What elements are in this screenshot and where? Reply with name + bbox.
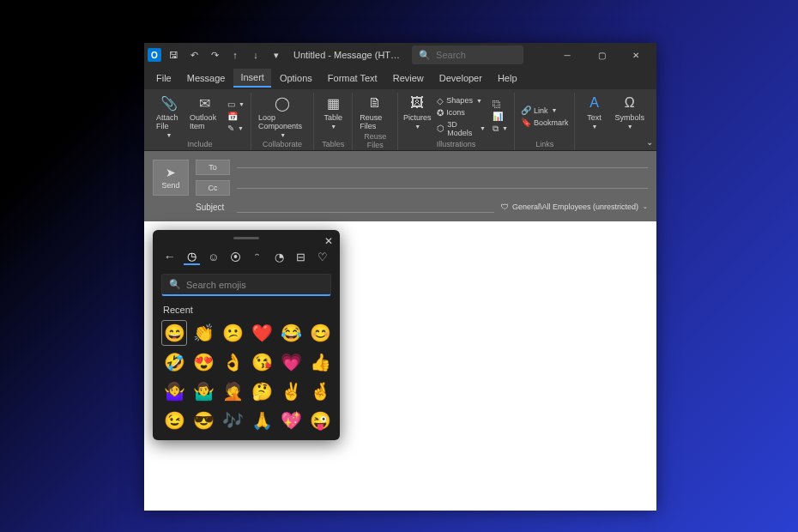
down-icon[interactable]: ↓ — [247, 46, 264, 63]
business-card-button[interactable]: ▭▼ — [225, 99, 247, 110]
emoji-tab-symbols[interactable]: ⊟ — [293, 248, 310, 265]
reuse-files-button[interactable]: 🗎 Reuse Files — [356, 93, 394, 132]
emoji-cell[interactable]: 😎 — [190, 408, 216, 433]
illustrations-col2: ⿻ 📊 ⧉▼ — [490, 93, 511, 140]
compose-top: ➤ Send To Cc — [153, 160, 648, 196]
menu-format-text[interactable]: Format Text — [321, 70, 384, 87]
ribbon-group-include: 📎 Attach File ▼ ✉ Outlook Item ▭▼ 📅 ✎▼ I… — [149, 93, 251, 150]
ribbon-group-collaborate: ◯ Loop Components ▼ Collaborate — [251, 93, 314, 150]
emoji-cell[interactable]: 👌 — [220, 349, 245, 375]
calendar-button[interactable]: 📅 — [225, 111, 247, 122]
emoji-cell[interactable]: 😜 — [307, 408, 333, 433]
outlook-item-button[interactable]: ✉ Outlook Item — [186, 93, 223, 140]
symbols-button[interactable]: Ω Symbols ▼ — [611, 93, 648, 140]
emoji-cell[interactable]: 🤔 — [249, 378, 275, 404]
emoji-cell[interactable]: 😕 — [220, 320, 245, 346]
menu-options[interactable]: Options — [273, 70, 319, 87]
drag-handle[interactable] — [233, 237, 259, 239]
emoji-tab-kaomoji[interactable]: ᵔ — [249, 248, 266, 265]
emoji-cell[interactable]: 🤦 — [220, 378, 245, 404]
emoji-cell[interactable]: 😍 — [190, 349, 216, 375]
emoji-tab-gif[interactable]: ⦿ — [227, 248, 245, 265]
attach-file-button[interactable]: 📎 Attach File ▼ — [153, 93, 184, 140]
emoji-cell[interactable]: 🤣 — [161, 349, 187, 375]
emoji-cell[interactable]: 😉 — [161, 408, 187, 433]
text-button[interactable]: A Text ▼ — [578, 93, 609, 140]
qat-more-icon[interactable]: ▾ — [268, 46, 285, 63]
emoji-cell[interactable]: 👍 — [307, 349, 333, 375]
emoji-close-button[interactable]: ✕ — [324, 235, 333, 247]
to-input[interactable] — [237, 167, 648, 168]
titlebar-left: O 🖫 ↶ ↷ ↑ ↓ ▾ Untitled - Message (HT… 🔍 — [148, 45, 523, 64]
emoji-tab-recent[interactable]: ◷ — [184, 248, 201, 265]
undo-icon[interactable]: ↶ — [185, 46, 203, 63]
chart-button[interactable]: 📊 — [490, 111, 511, 122]
minimize-button[interactable]: ─ — [550, 43, 584, 67]
table-button[interactable]: ▦ Table ▼ — [317, 93, 348, 140]
emoji-back-button[interactable]: ← — [161, 248, 178, 265]
emoji-cell[interactable]: ✌️ — [278, 378, 304, 404]
subject-input[interactable] — [237, 201, 494, 213]
save-icon[interactable]: 🖫 — [165, 46, 182, 63]
emoji-cell[interactable]: 🤞 — [307, 378, 333, 404]
field-rows: To Cc — [196, 160, 648, 196]
emoji-search-box[interactable]: 🔍 — [161, 274, 331, 296]
cc-input[interactable] — [237, 188, 648, 189]
ribbon: 📎 Attach File ▼ ✉ Outlook Item ▭▼ 📅 ✎▼ I… — [144, 89, 656, 151]
search-input[interactable] — [436, 50, 517, 60]
emoji-cell[interactable]: 💗 — [278, 349, 304, 375]
emoji-cell[interactable]: 🤷‍♀️ — [161, 378, 187, 404]
emoji-cell[interactable]: 🤷‍♂️ — [190, 378, 216, 404]
cc-button[interactable]: Cc — [196, 180, 230, 196]
menu-insert[interactable]: Insert — [233, 69, 271, 88]
titlebar: O 🖫 ↶ ↷ ↑ ↓ ▾ Untitled - Message (HT… 🔍 … — [144, 43, 656, 67]
sensitivity-label[interactable]: 🛡 General\All Employees (unrestricted) ⌄ — [501, 203, 648, 211]
shapes-button[interactable]: ◇Shapes▼ — [434, 95, 488, 106]
3d-models-button[interactable]: ⬡3D Models▼ — [434, 119, 488, 138]
emoji-cell[interactable]: 🙏 — [249, 408, 275, 433]
emoji-tabs: ← ◷ ☺ ⦿ ᵔ ◔ ⊟ ♡ — [153, 245, 340, 269]
emoji-cell[interactable]: 💖 — [278, 408, 304, 433]
redo-icon[interactable]: ↷ — [206, 46, 223, 63]
ribbon-collapse-button[interactable]: ⌄ — [646, 137, 653, 147]
smartart-button[interactable]: ⿻ — [490, 99, 511, 110]
emoji-cell[interactable]: 😂 — [278, 320, 304, 346]
bookmark-button[interactable]: 🔖Bookmark — [518, 117, 571, 128]
chevron-down-icon: ▼ — [166, 132, 172, 138]
loop-components-button[interactable]: ◯ Loop Components ▼ — [255, 93, 310, 140]
reuse-label: Reuse Files — [360, 113, 390, 130]
emoji-tab-smileys[interactable]: ☺ — [205, 248, 222, 265]
emoji-search-input[interactable] — [186, 280, 323, 290]
chevron-down-icon: ▼ — [414, 124, 420, 130]
emoji-cell[interactable]: 😊 — [307, 320, 333, 346]
close-button[interactable]: ✕ — [619, 43, 653, 67]
emoji-cell[interactable]: 😘 — [249, 349, 275, 375]
menu-message[interactable]: Message — [180, 70, 233, 87]
emoji-tab-food[interactable]: ◔ — [271, 248, 288, 265]
emoji-section-label: Recent — [153, 301, 340, 318]
emoji-cell[interactable]: 🎶 — [220, 408, 245, 433]
screenshot-button[interactable]: ⧉▼ — [490, 123, 511, 135]
emoji-cell[interactable]: ❤️ — [249, 320, 275, 346]
message-body[interactable]: ✕ ← ◷ ☺ ⦿ ᵔ ◔ ⊟ ♡ 🔍 Recent 😄👏😕❤️😂😊🤣😍👌😘💗👍… — [144, 221, 656, 511]
pictures-button[interactable]: 🖼 Pictures ▼ — [402, 93, 432, 140]
menu-help[interactable]: Help — [491, 70, 524, 87]
up-icon[interactable]: ↑ — [227, 46, 244, 63]
signature-button[interactable]: ✎▼ — [225, 123, 247, 134]
link-button[interactable]: 🔗Link▼ — [518, 105, 571, 116]
maximize-button[interactable]: ▢ — [584, 43, 619, 67]
app-icon: O — [148, 48, 161, 62]
menu-file[interactable]: File — [149, 70, 178, 87]
icons-button[interactable]: ✪Icons — [434, 107, 488, 118]
search-box[interactable]: 🔍 — [412, 45, 523, 64]
emoji-cell[interactable]: 😄 — [161, 320, 187, 346]
menu-developer[interactable]: Developer — [432, 70, 489, 87]
text-label: Text — [587, 113, 602, 122]
emoji-cell[interactable]: 👏 — [190, 320, 216, 346]
menu-review[interactable]: Review — [386, 70, 431, 87]
send-button[interactable]: ➤ Send — [153, 160, 189, 196]
to-button[interactable]: To — [196, 160, 230, 175]
to-row: To — [196, 160, 648, 175]
emoji-tab-heart[interactable]: ♡ — [315, 248, 332, 265]
search-icon: 🔍 — [169, 279, 181, 290]
